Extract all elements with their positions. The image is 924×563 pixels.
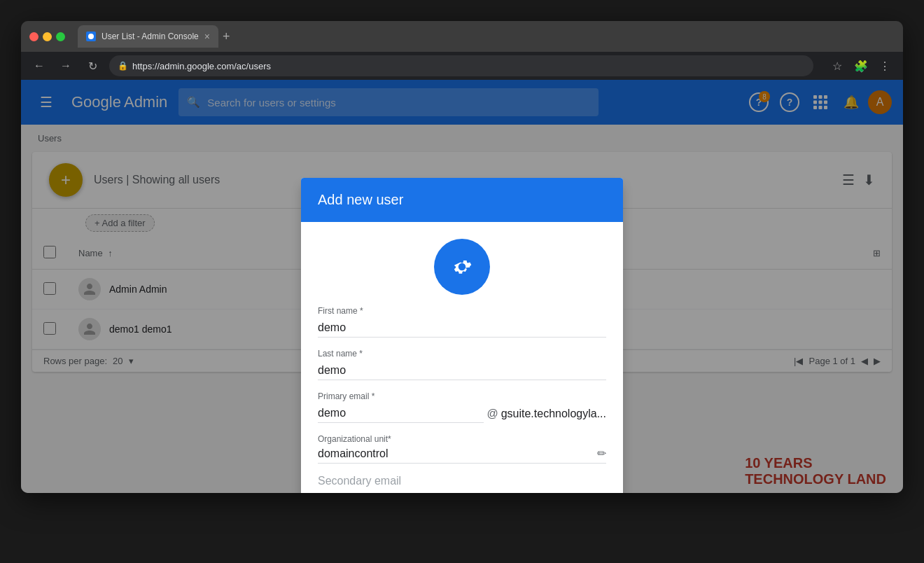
menu-button[interactable]: ⋮	[875, 56, 895, 76]
dialog-body: First name * Last name * Primary email *…	[301, 222, 623, 493]
last-name-label: Last name *	[318, 349, 606, 359]
url-text: https://admin.google.com/ac/users	[132, 61, 271, 71]
favicon-icon	[86, 32, 96, 41]
org-unit-value: domaincontrol	[318, 447, 597, 460]
minimize-button[interactable]	[43, 32, 52, 41]
dialog-title: Add new user	[318, 192, 606, 208]
tab-title: User List - Admin Console	[102, 32, 199, 41]
browser-titlebar: User List - Admin Console × +	[21, 21, 903, 52]
extensions-button[interactable]: 🧩	[851, 56, 871, 76]
svg-point-0	[88, 34, 94, 39]
browser-addressbar: ← → ↻ 🔒 https://admin.google.com/ac/user…	[21, 52, 903, 80]
last-name-input[interactable]	[318, 361, 606, 380]
dialog-header: Add new user	[301, 178, 623, 222]
refresh-button[interactable]: ↻	[83, 56, 102, 76]
close-button[interactable]	[29, 32, 38, 41]
new-tab-button[interactable]: +	[223, 29, 230, 44]
browser-actions: ☆ 🧩 ⋮	[827, 56, 895, 76]
lock-icon: 🔒	[118, 61, 128, 71]
address-bar[interactable]: 🔒 https://admin.google.com/ac/users	[109, 55, 813, 76]
edit-org-unit-button[interactable]: ✏	[597, 447, 606, 460]
avatar-upload-section	[318, 222, 606, 306]
forward-button[interactable]: →	[56, 56, 76, 76]
browser-tab[interactable]: User List - Admin Console ×	[78, 25, 218, 48]
org-unit-label: Organizational unit*	[318, 434, 606, 444]
tab-close-button[interactable]: ×	[204, 31, 210, 42]
primary-email-field: Primary email * @ gsuite.technologyla...	[318, 391, 606, 423]
at-sign: @	[486, 408, 498, 420]
back-button[interactable]: ←	[29, 56, 49, 76]
secondary-email-field[interactable]: Secondary email	[318, 475, 606, 487]
primary-email-input[interactable]	[318, 404, 484, 423]
secondary-email-placeholder[interactable]: Secondary email	[318, 466, 401, 493]
last-name-field: Last name *	[318, 349, 606, 380]
org-unit-field: Organizational unit* domaincontrol ✏	[318, 434, 606, 464]
primary-email-label: Primary email *	[318, 391, 606, 401]
first-name-label: First name *	[318, 306, 606, 316]
primary-email-row: @ gsuite.technologyla...	[318, 404, 606, 423]
domain-text: gsuite.technologyla...	[501, 408, 606, 420]
add-new-user-dialog: Add new user First name *	[301, 178, 623, 493]
tab-bar: User List - Admin Console × +	[78, 25, 895, 48]
bookmark-button[interactable]: ☆	[827, 56, 847, 76]
first-name-field: First name *	[318, 306, 606, 338]
first-name-input[interactable]	[318, 319, 606, 338]
avatar-upload-button[interactable]	[434, 239, 490, 295]
maximize-button[interactable]	[56, 32, 65, 41]
traffic-lights	[29, 32, 65, 41]
page-content: ☰ Google Admin 🔍 Search for users or set…	[21, 80, 903, 493]
